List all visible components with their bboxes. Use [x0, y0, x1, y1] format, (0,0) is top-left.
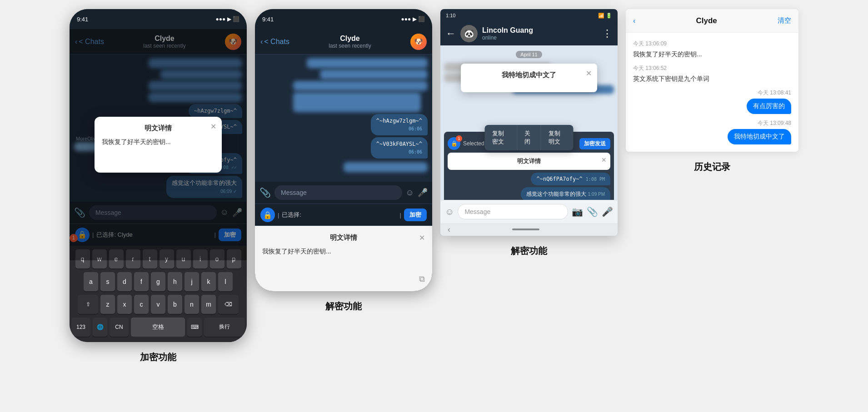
status-icons-1: ●●● ▶ ⬛	[216, 16, 239, 22]
key-a[interactable]: a	[84, 272, 98, 291]
popup-title-1: 明文详情	[102, 124, 215, 133]
android-attach-icon-3[interactable]: 📎	[587, 206, 598, 217]
key-z[interactable]: z	[100, 295, 115, 314]
android-time-3: 1:10	[446, 13, 455, 18]
android-back-3[interactable]: ←	[446, 28, 456, 40]
chat-header-2: ‹ < Chats Clyde last seen recently 🐶	[255, 29, 432, 55]
action-copy-cipher-3[interactable]: 复制密文	[485, 125, 518, 150]
key-return[interactable]: 换行	[204, 318, 245, 337]
inner-msg-1-3: ^~nQ6fPA7ofy~^ 1:08 PM	[531, 173, 610, 185]
android-emoji-icon-3[interactable]: ☺	[445, 207, 454, 217]
android-message-input-3[interactable]: Message	[458, 204, 568, 219]
history-msg-group-3: 今天 13:08:41 有点厉害的	[633, 89, 791, 114]
history-clear-4[interactable]: 清空	[778, 16, 791, 25]
avatar-2: 🐶	[410, 34, 427, 50]
key-x[interactable]: x	[117, 295, 132, 314]
key-delete[interactable]: ⌫	[218, 295, 239, 314]
android-avatar-3: 🐼	[460, 25, 478, 42]
statusbar-2: 9:41 ●●● ▶ ⬛	[255, 9, 432, 29]
code-msg-2-1: ^~hAzgw7zlgm~^ 06:06	[371, 114, 428, 135]
input-bar-2: 📎 Message ☺ 🎤	[255, 182, 432, 204]
popup-close-1[interactable]: ✕	[210, 122, 216, 131]
android-popup-close-3[interactable]: ✕	[586, 69, 592, 78]
action-close-3[interactable]: 关闭	[517, 125, 541, 150]
key-j[interactable]: j	[185, 272, 199, 291]
inner-messages-3: ^~nQ6fPA7ofy~^ 1:08 PM 感觉这个功能非常的强大 1:09 …	[448, 173, 610, 200]
key-space[interactable]: 空格	[131, 318, 185, 337]
key-s[interactable]: s	[100, 272, 115, 291]
panel3-container: 1:10 📶 🔋 ← 🐼 Lincoln Guang online ⋮ Apri…	[440, 9, 618, 257]
android-more-3[interactable]: ⋮	[602, 28, 612, 40]
history-msg-group-2: 今天 13:06:52 英文系统下密钥是九个单词	[633, 65, 791, 84]
key-f[interactable]: f	[134, 272, 149, 291]
history-text-1: 我恢复了好半天的密钥...	[633, 50, 791, 59]
iphone-panel-2: 9:41 ●●● ▶ ⬛ ‹ < Chats Clyde last seen r…	[255, 9, 432, 291]
key-g[interactable]: g	[151, 272, 165, 291]
copy-icon-2[interactable]: ⧉	[419, 274, 425, 284]
key-123[interactable]: 123	[71, 318, 90, 337]
android-home-bar-3	[512, 228, 539, 230]
encrypt-icon-wrapper-2: 🔒	[260, 208, 275, 222]
status-icons-2: ●●● ▶ ⬛	[401, 16, 425, 22]
android-popup-3: 我特地切成中文了 ✕	[461, 64, 597, 92]
history-text-4: 我特地切成中文了	[728, 129, 791, 144]
key-v[interactable]: v	[151, 295, 165, 314]
android-nav-back-3[interactable]: ‹	[448, 225, 450, 234]
panel4-container: ‹ Clyde 清空 今天 13:06:09 我恢复了好半天的密钥... 今天 …	[626, 9, 798, 173]
android-messages-3: April 11 我特地切成中文了 ✕ 复制密文 关闭 复制明文	[440, 45, 618, 200]
key-m[interactable]: m	[201, 295, 216, 314]
iphone-panel-1: 9:41 ●●● ▶ ⬛ ‹ < Chats Clyde last seen r…	[70, 9, 247, 342]
android-name-3: Lincoln Guang	[482, 26, 533, 35]
android-camera-icon-3[interactable]: 📷	[572, 206, 583, 217]
emoji-icon-2[interactable]: ☺	[406, 188, 414, 198]
keyboard-row-2: a s d f g h j k l	[71, 272, 245, 291]
key-c[interactable]: c	[134, 295, 149, 314]
mini-popup-close-3[interactable]: ✕	[601, 156, 607, 164]
android-statusbar-3: 1:10 📶 🔋	[440, 9, 618, 22]
history-panel-4: ‹ Clyde 清空 今天 13:06:09 我恢复了好半天的密钥... 今天 …	[626, 9, 798, 152]
chat-status-2: last seen recently	[293, 43, 407, 49]
attach-icon-2[interactable]: 📎	[259, 187, 271, 198]
android-status-icons-3: 📶 🔋	[598, 13, 612, 19]
key-b[interactable]: b	[168, 295, 182, 314]
key-k[interactable]: k	[201, 272, 216, 291]
android-mic-icon-3[interactable]: 🎤	[602, 206, 613, 217]
message-input-2[interactable]: Message	[274, 185, 402, 200]
key-keyboard[interactable]: ⌨	[187, 318, 202, 337]
history-time-1: 今天 13:06:09	[633, 40, 791, 48]
key-globe[interactable]: 🌐	[93, 318, 107, 337]
key-shift[interactable]: ⇧	[78, 295, 98, 314]
date-label-3: April 11	[516, 51, 542, 58]
messages-area-2: ^~hAzgw7zlgm~^ 06:06 ^~V03kF0AYSL~^ 06:0…	[255, 55, 432, 182]
plaintext-popup-2: 明文详情 ✕ 我恢复了好半天的密钥... ⧉	[255, 226, 432, 291]
back-button-2[interactable]: ‹ < Chats	[260, 38, 289, 46]
panel1-container: 9:41 ●●● ▶ ⬛ ‹ < Chats Clyde last seen r…	[70, 9, 247, 363]
history-msg-group-1: 今天 13:06:09 我恢复了好半天的密钥...	[633, 40, 791, 59]
caption-4: 历史记录	[694, 161, 730, 173]
popup-close-2[interactable]: ✕	[419, 233, 425, 242]
encrypt-icon-2: 🔒	[260, 208, 275, 222]
encrypt-btn-2[interactable]: 加密	[404, 208, 427, 221]
popup-content-2: 我恢复了好半天的密钥...	[262, 248, 425, 284]
caption-3: 解密功能	[511, 245, 547, 257]
mini-popup-3: 明文详情 ✕	[448, 153, 610, 170]
pipe-sep-4: |	[400, 212, 401, 218]
action-copy-plain-3[interactable]: 复制明文	[541, 125, 574, 150]
key-n[interactable]: n	[185, 295, 199, 314]
inner-badge-3: 1	[456, 135, 462, 142]
caption-2: 解密功能	[325, 300, 362, 313]
inner-encrypt-btn-3[interactable]: 加密发送	[579, 138, 610, 149]
blurred-2-5	[344, 162, 428, 172]
key-cn[interactable]: CN	[110, 318, 129, 337]
mic-icon-2[interactable]: 🎤	[418, 188, 428, 198]
key-l[interactable]: l	[218, 272, 233, 291]
panel2-container: 9:41 ●●● ▶ ⬛ ‹ < Chats Clyde last seen r…	[255, 9, 432, 313]
status-time-2: 9:41	[262, 16, 274, 23]
key-d[interactable]: d	[117, 272, 132, 291]
key-h[interactable]: h	[168, 272, 182, 291]
blurred-group-2	[293, 58, 428, 112]
android-bottom-nav-3: ‹	[440, 223, 618, 236]
android-chat-header-3: ← 🐼 Lincoln Guang online ⋮	[440, 22, 618, 45]
pipe-sep-3: |	[278, 212, 279, 218]
history-messages-4: 今天 13:06:09 我恢复了好半天的密钥... 今天 13:06:52 英文…	[626, 33, 798, 152]
